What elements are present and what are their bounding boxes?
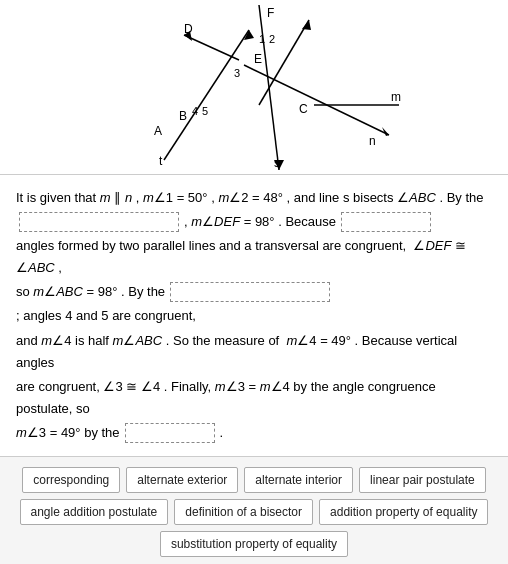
answer-buttons-container: corresponding alternate exterior alterna… (0, 457, 508, 564)
proof-line-4: so m∠ABC = 98° . By the ; angles 4 and 5… (16, 281, 492, 327)
svg-text:1: 1 (259, 33, 265, 45)
svg-text:C: C (299, 102, 308, 116)
svg-text:A: A (154, 124, 162, 138)
btn-corresponding[interactable]: corresponding (22, 467, 120, 493)
button-row-2: angle addition postulate definition of a… (12, 499, 496, 525)
btn-alternate-exterior[interactable]: alternate exterior (126, 467, 238, 493)
blank-3[interactable] (170, 282, 330, 302)
svg-marker-8 (302, 20, 311, 30)
svg-line-1 (244, 65, 389, 135)
proof-text-5a: and m∠4 is half m∠ABC . So the measure o… (16, 330, 492, 374)
svg-text:2: 2 (269, 33, 275, 45)
svg-text:F: F (267, 6, 274, 20)
proof-text-3a: angles formed by two parallel lines and … (16, 235, 492, 279)
proof-line-3: angles formed by two parallel lines and … (16, 235, 492, 279)
proof-line-2: , m∠DEF = 98° . Because (16, 211, 492, 233)
svg-text:s: s (274, 156, 280, 170)
proof-line-6: are congruent, ∠3 ≅ ∠4 . Finally, m∠3 = … (16, 376, 492, 420)
svg-text:B: B (179, 109, 187, 123)
proof-text-4a: so m∠ABC = 98° . By the (16, 281, 165, 303)
proof-line-5: and m∠4 is half m∠ABC . So the measure o… (16, 330, 492, 374)
proof-text-2a: , m∠DEF = 98° . Because (184, 211, 336, 233)
svg-text:t: t (159, 154, 163, 168)
btn-addition-property-of-equality[interactable]: addition property of equality (319, 499, 488, 525)
svg-text:5: 5 (202, 105, 208, 117)
geometry-diagram: D F E B A t s C m n 1 2 3 4 5 (104, 5, 404, 170)
diagram-container: D F E B A t s C m n 1 2 3 4 5 (0, 0, 508, 175)
btn-substitution-property-of-equality[interactable]: substitution property of equality (160, 531, 348, 557)
proof-line-1: It is given that m ∥ n , m∠1 = 50° , m∠2… (16, 187, 492, 209)
svg-text:n: n (369, 134, 376, 148)
svg-text:E: E (254, 52, 262, 66)
proof-text-1a: It is given that m ∥ n , m∠1 = 50° , m∠2… (16, 187, 484, 209)
svg-text:D: D (184, 22, 193, 36)
btn-angle-addition-postulate[interactable]: angle addition postulate (20, 499, 169, 525)
button-row-1: corresponding alternate exterior alterna… (12, 467, 496, 493)
proof-text-7b: . (220, 422, 224, 444)
svg-line-9 (184, 35, 239, 60)
proof-container: It is given that m ∥ n , m∠1 = 50° , m∠2… (0, 175, 508, 457)
proof-line-7: m∠3 = 49° by the . (16, 422, 492, 444)
blank-1[interactable] (19, 212, 179, 232)
btn-alternate-interior[interactable]: alternate interior (244, 467, 353, 493)
svg-text:4: 4 (192, 105, 198, 117)
svg-line-5 (164, 30, 249, 160)
svg-text:3: 3 (234, 67, 240, 79)
btn-definition-of-bisector[interactable]: definition of a bisector (174, 499, 313, 525)
btn-linear-pair-postulate[interactable]: linear pair postulate (359, 467, 486, 493)
svg-text:m: m (391, 90, 401, 104)
proof-text-7a: m∠3 = 49° by the (16, 422, 120, 444)
blank-2[interactable] (341, 212, 431, 232)
proof-text-6a: are congruent, ∠3 ≅ ∠4 . Finally, m∠3 = … (16, 376, 492, 420)
button-row-3: substitution property of equality (12, 531, 496, 557)
proof-text-4b: ; angles 4 and 5 are congruent, (16, 305, 196, 327)
blank-4[interactable] (125, 423, 215, 443)
